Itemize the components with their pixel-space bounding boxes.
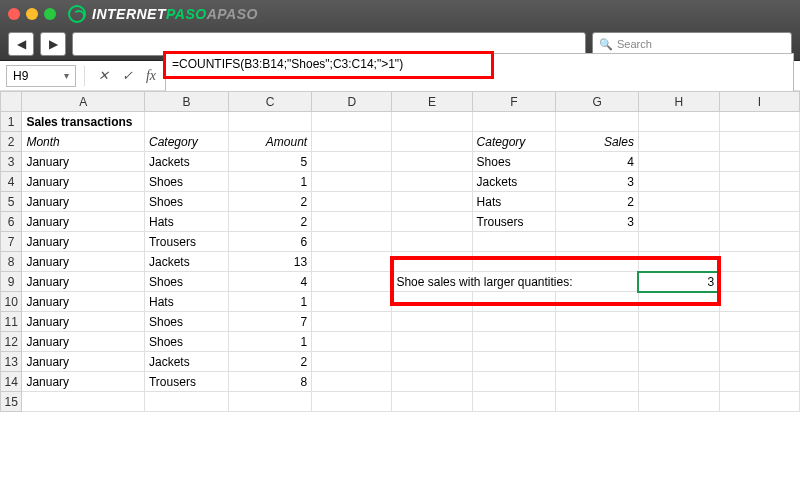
cell-G8[interactable] (556, 252, 638, 272)
column-header-I[interactable]: I (719, 92, 799, 112)
cell-E8[interactable] (392, 252, 472, 272)
column-header-A[interactable]: A (22, 92, 145, 112)
row-header-14[interactable]: 14 (1, 372, 22, 392)
cell-A14[interactable]: January (22, 372, 145, 392)
cell-C11[interactable]: 7 (228, 312, 311, 332)
cell-F6[interactable]: Trousers (472, 212, 556, 232)
cell-E11[interactable] (392, 312, 472, 332)
row-header-4[interactable]: 4 (1, 172, 22, 192)
cell-E2[interactable] (392, 132, 472, 152)
cell-E1[interactable] (392, 112, 472, 132)
cell-B10[interactable]: Hats (144, 292, 228, 312)
cell-I14[interactable] (719, 372, 799, 392)
cell-F5[interactable]: Hats (472, 192, 556, 212)
cell-H10[interactable] (638, 292, 719, 312)
maximize-icon[interactable] (44, 8, 56, 20)
cell-G14[interactable] (556, 372, 638, 392)
close-icon[interactable] (8, 8, 20, 20)
cell-F12[interactable] (472, 332, 556, 352)
back-button[interactable]: ◀ (8, 32, 34, 56)
cell-B12[interactable]: Shoes (144, 332, 228, 352)
cancel-icon[interactable]: ✕ (93, 66, 113, 86)
row-header-12[interactable]: 12 (1, 332, 22, 352)
cell-C9[interactable]: 4 (228, 272, 311, 292)
cell-F8[interactable] (472, 252, 556, 272)
cell-F2[interactable]: Category (472, 132, 556, 152)
cell-D1[interactable] (312, 112, 392, 132)
row-header-1[interactable]: 1 (1, 112, 22, 132)
cell-D8[interactable] (312, 252, 392, 272)
cell-C1[interactable] (228, 112, 311, 132)
cell-E9[interactable]: Shoe sales with larger quantities: (392, 272, 639, 292)
cell-E12[interactable] (392, 332, 472, 352)
cell-C13[interactable]: 2 (228, 352, 311, 372)
cell-I1[interactable] (719, 112, 799, 132)
column-header-G[interactable]: G (556, 92, 638, 112)
cell-H1[interactable] (638, 112, 719, 132)
cell-D5[interactable] (312, 192, 392, 212)
formula-input[interactable] (165, 53, 794, 95)
cell-H11[interactable] (638, 312, 719, 332)
cell-I3[interactable] (719, 152, 799, 172)
cell-G4[interactable]: 3 (556, 172, 638, 192)
cell-H13[interactable] (638, 352, 719, 372)
cell-F14[interactable] (472, 372, 556, 392)
cell-G6[interactable]: 3 (556, 212, 638, 232)
cell-C5[interactable]: 2 (228, 192, 311, 212)
row-header-6[interactable]: 6 (1, 212, 22, 232)
row-header-8[interactable]: 8 (1, 252, 22, 272)
cell-F13[interactable] (472, 352, 556, 372)
cell-B9[interactable]: Shoes (144, 272, 228, 292)
row-header-11[interactable]: 11 (1, 312, 22, 332)
cell-H6[interactable] (638, 212, 719, 232)
cell-I9[interactable] (719, 272, 799, 292)
cell-D4[interactable] (312, 172, 392, 192)
cell-D3[interactable] (312, 152, 392, 172)
cell-B15[interactable] (144, 392, 228, 412)
cell-F1[interactable] (472, 112, 556, 132)
cell-C10[interactable]: 1 (228, 292, 311, 312)
cell-B13[interactable]: Jackets (144, 352, 228, 372)
cell-B14[interactable]: Trousers (144, 372, 228, 392)
cell-C7[interactable]: 6 (228, 232, 311, 252)
cell-D12[interactable] (312, 332, 392, 352)
cell-H7[interactable] (638, 232, 719, 252)
cell-C2[interactable]: Amount (228, 132, 311, 152)
cell-I10[interactable] (719, 292, 799, 312)
fx-icon[interactable]: fx (141, 66, 161, 86)
cell-E3[interactable] (392, 152, 472, 172)
cell-B5[interactable]: Shoes (144, 192, 228, 212)
cell-H8[interactable] (638, 252, 719, 272)
cell-D15[interactable] (312, 392, 392, 412)
cell-I4[interactable] (719, 172, 799, 192)
cell-A9[interactable]: January (22, 272, 145, 292)
cell-D14[interactable] (312, 372, 392, 392)
cell-H4[interactable] (638, 172, 719, 192)
grid-table[interactable]: ABCDEFGHI1Sales transactions2MonthCatego… (0, 91, 800, 412)
cell-I15[interactable] (719, 392, 799, 412)
minimize-icon[interactable] (26, 8, 38, 20)
corner-cell[interactable] (1, 92, 22, 112)
cell-G5[interactable]: 2 (556, 192, 638, 212)
cell-D11[interactable] (312, 312, 392, 332)
cell-B11[interactable]: Shoes (144, 312, 228, 332)
cell-G11[interactable] (556, 312, 638, 332)
column-header-C[interactable]: C (228, 92, 311, 112)
cell-G15[interactable] (556, 392, 638, 412)
row-header-5[interactable]: 5 (1, 192, 22, 212)
cell-G7[interactable] (556, 232, 638, 252)
cell-H15[interactable] (638, 392, 719, 412)
cell-C6[interactable]: 2 (228, 212, 311, 232)
cell-A1[interactable]: Sales transactions (22, 112, 145, 132)
row-header-2[interactable]: 2 (1, 132, 22, 152)
cell-I2[interactable] (719, 132, 799, 152)
cell-C8[interactable]: 13 (228, 252, 311, 272)
cell-I13[interactable] (719, 352, 799, 372)
cell-G12[interactable] (556, 332, 638, 352)
cell-H5[interactable] (638, 192, 719, 212)
cell-A10[interactable]: January (22, 292, 145, 312)
cell-C4[interactable]: 1 (228, 172, 311, 192)
cell-E15[interactable] (392, 392, 472, 412)
cell-G1[interactable] (556, 112, 638, 132)
cell-F7[interactable] (472, 232, 556, 252)
